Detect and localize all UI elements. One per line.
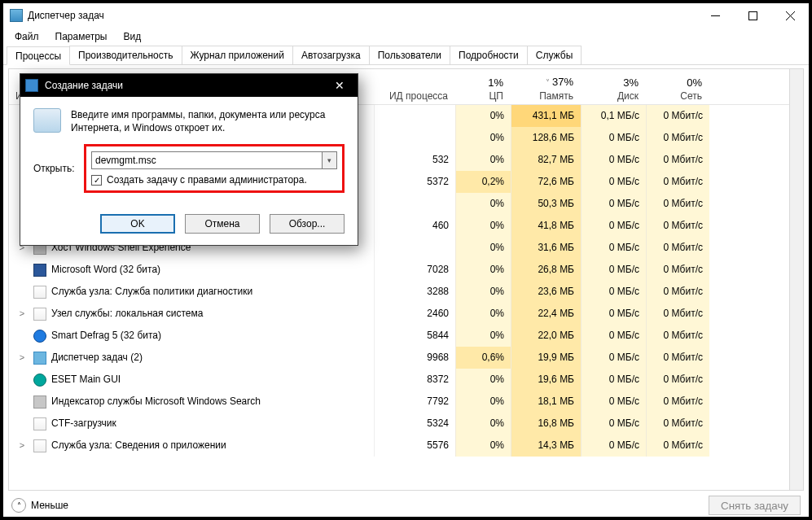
footer: ˄ Меньше Снять задачу bbox=[3, 491, 809, 520]
open-dropdown-button[interactable]: ▾ bbox=[323, 151, 337, 169]
menu-file[interactable]: Файл bbox=[7, 28, 47, 45]
cell-memory: 41,8 МБ bbox=[511, 215, 581, 237]
col-disk[interactable]: 3%Диск bbox=[581, 68, 646, 104]
table-row[interactable]: >Диспетчер задач (2)99680,6%19,9 МБ0 МБ/… bbox=[9, 347, 803, 369]
table-row[interactable]: CTF-загрузчик53240%16,8 МБ0 МБ/с0 Мбит/с bbox=[9, 413, 803, 435]
cell-cpu: 0% bbox=[455, 281, 511, 303]
vertical-scrollbar[interactable] bbox=[789, 69, 803, 490]
table-row[interactable]: >Служба узла: Сведения о приложении55760… bbox=[9, 435, 803, 457]
maximize-button[interactable] bbox=[734, 3, 771, 28]
process-icon bbox=[33, 330, 46, 343]
expand-icon[interactable]: > bbox=[15, 303, 29, 325]
expand-icon[interactable]: > bbox=[15, 435, 29, 457]
process-icon bbox=[33, 264, 46, 277]
run-title-icon bbox=[25, 79, 38, 92]
cell-pid bbox=[374, 193, 455, 215]
cell-disk: 0,1 МБ/с bbox=[581, 105, 646, 127]
admin-checkbox-label: Создать задачу с правами администратора. bbox=[107, 174, 307, 186]
process-name: Индексатор службы Microsoft Windows Sear… bbox=[51, 391, 261, 413]
expand-icon[interactable]: > bbox=[15, 347, 29, 369]
cell-network: 0 Мбит/с bbox=[646, 259, 709, 281]
cell-pid: 532 bbox=[374, 149, 455, 171]
cell-network: 0 Мбит/с bbox=[646, 391, 709, 413]
col-pid[interactable]: ИД процесса bbox=[374, 68, 455, 104]
run-icon bbox=[33, 108, 61, 133]
dialog-title: Создание задачи bbox=[45, 80, 327, 91]
dialog-titlebar[interactable]: Создание задачи ✕ bbox=[20, 74, 358, 97]
tab-startup[interactable]: Автозагрузка bbox=[292, 46, 370, 64]
cell-memory: 31,6 МБ bbox=[511, 237, 581, 259]
cell-network: 0 Мбит/с bbox=[646, 193, 709, 215]
cell-cpu: 0,6% bbox=[455, 347, 511, 369]
tab-details[interactable]: Подробности bbox=[450, 46, 528, 64]
open-input[interactable] bbox=[91, 151, 323, 169]
cell-disk: 0 МБ/с bbox=[581, 369, 646, 391]
table-row[interactable]: Индексатор службы Microsoft Windows Sear… bbox=[9, 391, 803, 413]
open-label: Открыть: bbox=[33, 163, 84, 174]
table-row[interactable]: >Узел службы: локальная система24600%22,… bbox=[9, 303, 803, 325]
table-row[interactable]: Служба узла: Служба политики диагностики… bbox=[9, 281, 803, 303]
create-task-dialog: Создание задачи ✕ Введите имя программы,… bbox=[20, 73, 358, 246]
end-task-button[interactable]: Снять задачу bbox=[709, 496, 801, 515]
cell-disk: 0 МБ/с bbox=[581, 259, 646, 281]
cell-memory: 82,7 МБ bbox=[511, 149, 581, 171]
menu-view[interactable]: Вид bbox=[115, 28, 149, 45]
process-name: Узел службы: локальная система bbox=[51, 303, 203, 325]
ok-button[interactable]: OK bbox=[100, 214, 175, 234]
cell-cpu: 0% bbox=[455, 435, 511, 457]
cell-memory: 26,8 МБ bbox=[511, 259, 581, 281]
cell-memory: 128,6 МБ bbox=[511, 127, 581, 149]
cell-disk: 0 МБ/с bbox=[581, 303, 646, 325]
col-cpu[interactable]: 1%ЦП bbox=[455, 68, 511, 104]
tab-app-history[interactable]: Журнал приложений bbox=[182, 46, 293, 64]
cell-cpu: 0,2% bbox=[455, 171, 511, 193]
process-name: Smart Defrag 5 (32 бита) bbox=[51, 325, 161, 347]
tab-services[interactable]: Службы bbox=[527, 46, 582, 64]
dialog-description: Введите имя программы, папки, документа … bbox=[71, 108, 345, 134]
table-row[interactable]: Smart Defrag 5 (32 бита)58440%22,0 МБ0 М… bbox=[9, 325, 803, 347]
tab-processes[interactable]: Процессы bbox=[7, 46, 70, 65]
process-name: ESET Main GUI bbox=[51, 369, 121, 391]
minimize-button[interactable] bbox=[696, 3, 734, 28]
process-icon bbox=[33, 374, 46, 387]
menu-options[interactable]: Параметры bbox=[47, 28, 116, 45]
cell-cpu: 0% bbox=[455, 237, 511, 259]
cell-memory: 22,4 МБ bbox=[511, 303, 581, 325]
dialog-close-button[interactable]: ✕ bbox=[327, 74, 353, 97]
cell-disk: 0 МБ/с bbox=[581, 171, 646, 193]
tab-performance[interactable]: Производительность bbox=[69, 46, 182, 64]
browse-button[interactable]: Обзор... bbox=[270, 214, 345, 234]
cell-disk: 0 МБ/с bbox=[581, 347, 646, 369]
fewer-label: Меньше bbox=[31, 500, 68, 511]
process-icon bbox=[33, 439, 46, 452]
window-title: Диспетчер задач bbox=[28, 10, 104, 21]
process-name: Microsoft Word (32 бита) bbox=[51, 259, 160, 281]
table-row[interactable]: Microsoft Word (32 бита)70280%26,8 МБ0 М… bbox=[9, 259, 803, 281]
cell-pid: 2460 bbox=[374, 303, 455, 325]
cell-network: 0 Мбит/с bbox=[646, 149, 709, 171]
cell-cpu: 0% bbox=[455, 325, 511, 347]
window-titlebar: Диспетчер задач bbox=[3, 3, 809, 28]
cell-memory: 14,3 МБ bbox=[511, 435, 581, 457]
tab-users[interactable]: Пользователи bbox=[369, 46, 450, 64]
col-memory[interactable]: 37%Память bbox=[511, 68, 581, 104]
close-button[interactable] bbox=[771, 3, 809, 28]
fewer-details-button[interactable]: ˄ Меньше bbox=[11, 498, 68, 513]
cell-network: 0 Мбит/с bbox=[646, 347, 709, 369]
admin-checkbox[interactable]: ✓ bbox=[91, 175, 102, 186]
cell-pid: 7028 bbox=[374, 259, 455, 281]
cancel-button[interactable]: Отмена bbox=[185, 214, 260, 234]
cell-cpu: 0% bbox=[455, 413, 511, 435]
cell-network: 0 Мбит/с bbox=[646, 171, 709, 193]
cell-pid: 8372 bbox=[374, 369, 455, 391]
app-icon bbox=[10, 9, 23, 22]
cell-pid: 3288 bbox=[374, 281, 455, 303]
table-row[interactable]: ESET Main GUI83720%19,6 МБ0 МБ/с0 Мбит/с bbox=[9, 369, 803, 391]
cell-pid: 5324 bbox=[374, 413, 455, 435]
cell-cpu: 0% bbox=[455, 149, 511, 171]
cell-memory: 50,3 МБ bbox=[511, 193, 581, 215]
cell-memory: 19,6 МБ bbox=[511, 369, 581, 391]
col-network[interactable]: 0%Сеть bbox=[646, 68, 709, 104]
cell-pid: 7792 bbox=[374, 391, 455, 413]
cell-disk: 0 МБ/с bbox=[581, 193, 646, 215]
